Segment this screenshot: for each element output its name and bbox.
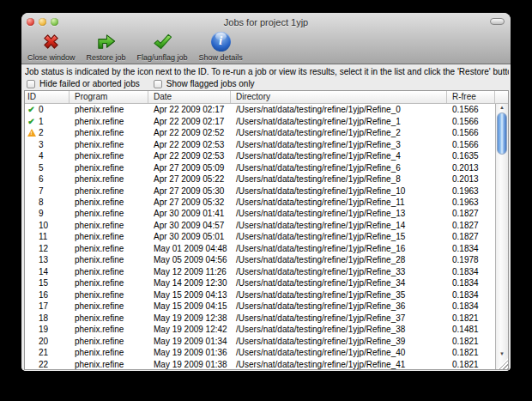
cell-rfree: 0.1963 — [447, 197, 495, 207]
table-row[interactable]: 8phenix.refineApr 27 2009 05:32/Users/na… — [25, 197, 495, 208]
cell-directory: /Users/nat/data/testing/refine/1yjp/Refi… — [231, 325, 447, 334]
toolbar-collapse-button[interactable] — [490, 18, 505, 25]
vertical-scrollbar[interactable]: ▲ ▼ — [495, 104, 508, 369]
cell-directory: /Users/nat/data/testing/refine/1yjp/Refi… — [231, 128, 447, 137]
job-id: 0 — [39, 105, 44, 114]
status-spacer — [27, 197, 36, 207]
resize-grip[interactable] — [497, 358, 508, 369]
cell-id: 16 — [25, 290, 70, 300]
table-row[interactable]: 6phenix.refineApr 27 2009 05:22/Users/na… — [25, 173, 495, 185]
table-row[interactable]: 7phenix.refineApr 27 2009 05:30/Users/na… — [25, 185, 495, 196]
table-row[interactable]: 10phenix.refineApr 30 2009 04:57/Users/n… — [25, 220, 495, 231]
job-id: 16 — [39, 290, 48, 300]
cell-rfree: 0.1566 — [447, 117, 495, 126]
close-window-light[interactable] — [27, 18, 34, 26]
table-row[interactable]: 20phenix.refineMay 19 2009 01:34/Users/n… — [25, 335, 495, 346]
cell-id: ✔1 — [25, 117, 70, 126]
table-row[interactable]: ✔0phenix.refineApr 22 2009 02:17/Users/n… — [25, 104, 495, 115]
cell-date: Apr 27 2009 05:22 — [148, 174, 231, 184]
cell-rfree: 0.1566 — [447, 140, 495, 149]
table-row[interactable]: 9phenix.refineApr 30 2009 01:41/Users/na… — [25, 208, 495, 219]
table-row[interactable]: 16phenix.refineMay 15 2009 04:13/Users/n… — [25, 289, 495, 301]
job-id: 8 — [39, 197, 44, 207]
table-row[interactable]: 14phenix.refineMay 12 2009 11:26/Users/n… — [25, 266, 495, 277]
job-id: 10 — [39, 221, 48, 230]
cell-id: 22 — [25, 360, 70, 369]
header-date[interactable]: Date — [148, 91, 231, 103]
status-spacer — [27, 325, 36, 334]
header-directory[interactable]: Directory — [231, 91, 447, 103]
table-row[interactable]: 4phenix.refineApr 22 2009 02:53/Users/na… — [25, 150, 495, 161]
header-id[interactable]: ID — [25, 91, 70, 103]
status-spacer — [27, 140, 36, 149]
cell-directory: /Users/nat/data/testing/refine/1yjp/Refi… — [231, 140, 447, 149]
cell-id: 20 — [25, 337, 70, 346]
header-rfree[interactable]: R-free — [447, 91, 495, 103]
cell-id: 5 — [25, 163, 70, 173]
job-id: 6 — [39, 174, 44, 184]
table-row[interactable]: 17phenix.refineMay 15 2009 04:15/Users/n… — [25, 301, 495, 312]
cell-directory: /Users/nat/data/testing/refine/1yjp/Refi… — [231, 313, 447, 323]
cell-date: Apr 27 2009 05:09 — [148, 163, 231, 173]
header-program[interactable]: Program — [70, 91, 148, 103]
cell-id: 8 — [25, 197, 70, 207]
scroll-up-arrow-icon[interactable]: ▲ — [496, 104, 508, 112]
cell-id: 9 — [25, 209, 70, 218]
show-details-label: Show details — [199, 53, 243, 62]
table-row[interactable]: ✔1phenix.refineApr 22 2009 02:17/Users/n… — [25, 115, 495, 126]
show-details-button[interactable]: i Show details — [196, 30, 246, 62]
cell-rfree: 0.1963 — [447, 186, 495, 196]
blue-info-icon: i — [211, 30, 231, 53]
cell-id: 12 — [25, 244, 70, 253]
cell-rfree: 0.1834 — [447, 278, 495, 288]
show-flagged-checkbox[interactable]: Show flagged jobs only — [154, 79, 255, 88]
status-spacer — [27, 290, 36, 300]
cell-program: phenix.refine — [70, 348, 148, 357]
cell-date: May 19 2009 12:42 — [148, 325, 231, 334]
table-row[interactable]: !2phenix.refineApr 22 2009 02:52/Users/n… — [25, 127, 495, 138]
status-spacer — [27, 174, 36, 184]
cell-id: 19 — [25, 325, 70, 334]
cell-date: Apr 27 2009 05:32 — [148, 197, 231, 207]
scrollbar-thumb[interactable] — [497, 112, 507, 155]
cell-date: May 14 2009 12:30 — [148, 278, 231, 288]
cell-id: 15 — [25, 278, 70, 288]
scroll-down-arrow-icon[interactable]: ▼ — [496, 350, 508, 358]
table-row[interactable]: 11phenix.refineApr 30 2009 05:01/Users/n… — [25, 231, 495, 242]
job-id: 17 — [39, 301, 48, 311]
status-spacer — [27, 348, 36, 357]
window-chrome: Jobs for project 1yjp Close window — [21, 13, 511, 64]
minimize-window-light[interactable] — [39, 18, 46, 26]
checkbox-box[interactable] — [154, 80, 162, 88]
cell-id: 18 — [25, 313, 70, 323]
cell-directory: /Users/nat/data/testing/refine/1yjp/Refi… — [231, 267, 447, 276]
checkbox-box[interactable] — [27, 80, 35, 88]
table-row[interactable]: 3phenix.refineApr 22 2009 02:53/Users/na… — [25, 138, 495, 149]
table-row[interactable]: 21phenix.refineMay 19 2009 01:36/Users/n… — [25, 347, 495, 358]
cell-date: Apr 22 2009 02:17 — [148, 117, 231, 126]
table-row[interactable]: 19phenix.refineMay 19 2009 12:42/Users/n… — [25, 324, 495, 335]
restore-job-button[interactable]: Restore job — [83, 30, 130, 62]
cell-date: Apr 22 2009 02:53 — [148, 151, 231, 161]
cell-program: phenix.refine — [70, 244, 148, 253]
status-spacer — [27, 267, 36, 276]
table-row[interactable]: 15phenix.refineMay 14 2009 12:30/Users/n… — [25, 277, 495, 289]
green-check-icon: ✔ — [27, 117, 36, 126]
zoom-window-light[interactable] — [51, 18, 58, 26]
jobs-table: ID Program Date Directory R-free ✔0pheni… — [24, 90, 509, 370]
close-window-button[interactable]: Close window — [24, 30, 79, 62]
cell-directory: /Users/nat/data/testing/refine/1yjp/Refi… — [231, 290, 447, 300]
cell-program: phenix.refine — [70, 301, 148, 311]
cell-date: May 19 2009 01:36 — [148, 348, 231, 357]
flag-unflag-job-button[interactable]: Flag/unflag job — [134, 30, 191, 62]
cell-program: phenix.refine — [70, 151, 148, 161]
cell-program: phenix.refine — [70, 105, 148, 114]
table-row[interactable]: 12phenix.refineMay 01 2009 04:48/Users/n… — [25, 243, 495, 254]
cell-date: May 01 2009 04:48 — [148, 244, 231, 253]
table-row[interactable]: 5phenix.refineApr 27 2009 05:09/Users/na… — [25, 161, 495, 173]
table-row[interactable]: 22phenix.refineMay 19 2009 01:38/Users/n… — [25, 358, 495, 369]
table-row[interactable]: 13phenix.refineMay 05 2009 04:56/Users/n… — [25, 254, 495, 265]
window-title: Jobs for project 1yjp — [73, 17, 459, 27]
hide-failed-checkbox[interactable]: Hide failed or aborted jobs — [27, 79, 140, 88]
table-row[interactable]: 18phenix.refineMay 19 2009 12:38/Users/n… — [25, 312, 495, 323]
